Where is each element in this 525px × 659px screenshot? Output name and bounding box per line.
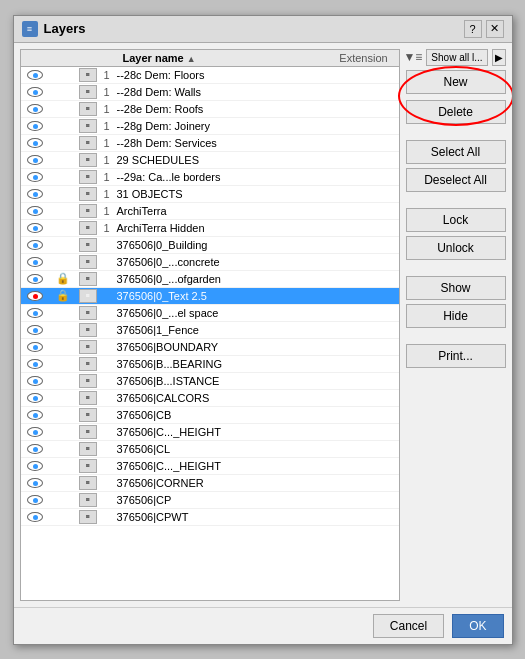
layer-row[interactable]: ≡1--28e Dem: Roofs xyxy=(21,101,399,118)
layer-type-icon: ≡ xyxy=(79,85,97,99)
layer-number: 1 xyxy=(99,188,115,200)
eye-icon[interactable] xyxy=(27,359,43,369)
eye-icon[interactable] xyxy=(27,189,43,199)
spacer3 xyxy=(406,264,506,272)
visibility-cell xyxy=(21,104,49,114)
hide-button[interactable]: Hide xyxy=(406,304,506,328)
layer-row[interactable]: ≡376506|0_Building xyxy=(21,237,399,254)
type-icon-cell: ≡ xyxy=(77,408,99,422)
layer-row[interactable]: ≡376506|CALCORS xyxy=(21,390,399,407)
layers-dialog: ≡ Layers ? ✕ Layer name ▲ Extension xyxy=(13,15,513,645)
type-icon-cell: ≡ xyxy=(77,442,99,456)
eye-icon[interactable] xyxy=(27,138,43,148)
layer-name-cell: --28h Dem: Services xyxy=(115,137,399,149)
layer-row[interactable]: ≡376506|0_...el space xyxy=(21,305,399,322)
eye-icon[interactable] xyxy=(27,427,43,437)
layer-number: 1 xyxy=(99,103,115,115)
close-button[interactable]: ✕ xyxy=(486,20,504,38)
new-button[interactable]: New xyxy=(406,70,506,94)
eye-icon[interactable] xyxy=(27,87,43,97)
unlock-button[interactable]: Unlock xyxy=(406,236,506,260)
eye-icon[interactable] xyxy=(27,325,43,335)
layer-type-icon: ≡ xyxy=(79,476,97,490)
layer-row[interactable]: ≡376506|C..._HEIGHT xyxy=(21,424,399,441)
eye-icon[interactable] xyxy=(27,240,43,250)
visibility-cell xyxy=(21,172,49,182)
layer-row[interactable]: ≡376506|0_...concrete xyxy=(21,254,399,271)
layer-name-cell: --28d Dem: Walls xyxy=(115,86,399,98)
layers-icon: ≡ xyxy=(22,21,38,37)
layer-name-cell: --28c Dem: Floors xyxy=(115,69,399,81)
eye-icon[interactable] xyxy=(27,257,43,267)
layer-row[interactable]: ≡376506|B...ISTANCE xyxy=(21,373,399,390)
type-icon-cell: ≡ xyxy=(77,170,99,184)
eye-icon[interactable] xyxy=(27,172,43,182)
eye-icon[interactable] xyxy=(27,376,43,386)
layer-name-cell: --29a: Ca...le borders xyxy=(115,171,399,183)
eye-icon[interactable] xyxy=(27,291,43,301)
layer-row[interactable]: ≡376506|CORNER xyxy=(21,475,399,492)
layer-list[interactable]: ≡1--28c Dem: Floors≡1--28d Dem: Walls≡1-… xyxy=(21,67,399,600)
layer-row[interactable]: 🔒≡376506|0_...ofgarden xyxy=(21,271,399,288)
bottom-bar: Cancel OK xyxy=(14,607,512,644)
eye-icon[interactable] xyxy=(27,104,43,114)
layer-name-cell: 376506|0_...el space xyxy=(115,307,399,319)
layer-row[interactable]: ≡129 SCHEDULES xyxy=(21,152,399,169)
ok-button[interactable]: OK xyxy=(452,614,503,638)
eye-icon[interactable] xyxy=(27,70,43,80)
delete-button[interactable]: Delete xyxy=(406,100,506,124)
layer-row[interactable]: ≡1--28h Dem: Services xyxy=(21,135,399,152)
layer-row[interactable]: ≡376506|B...BEARING xyxy=(21,356,399,373)
help-button[interactable]: ? xyxy=(464,20,482,38)
layer-row[interactable]: ≡376506|CL xyxy=(21,441,399,458)
layer-row[interactable]: ≡376506|CPWT xyxy=(21,509,399,526)
deselect-all-button[interactable]: Deselect All xyxy=(406,168,506,192)
eye-icon[interactable] xyxy=(27,206,43,216)
layer-row[interactable]: ≡1--28d Dem: Walls xyxy=(21,84,399,101)
layer-type-icon: ≡ xyxy=(79,221,97,235)
eye-icon[interactable] xyxy=(27,410,43,420)
eye-icon[interactable] xyxy=(27,393,43,403)
layer-row[interactable]: ≡131 OBJECTS xyxy=(21,186,399,203)
layer-row[interactable]: ≡1ArchiTerra xyxy=(21,203,399,220)
select-all-button[interactable]: Select All xyxy=(406,140,506,164)
eye-icon[interactable] xyxy=(27,495,43,505)
layer-row[interactable]: ≡1ArchiTerra Hidden xyxy=(21,220,399,237)
layer-row[interactable]: ≡376506|1_Fence xyxy=(21,322,399,339)
layer-row[interactable]: 🔒≡376506|0_Text 2.5 xyxy=(21,288,399,305)
visibility-cell xyxy=(21,359,49,369)
eye-icon[interactable] xyxy=(27,512,43,522)
layer-row[interactable]: ≡376506|CP xyxy=(21,492,399,509)
show-button[interactable]: Show xyxy=(406,276,506,300)
layer-type-icon: ≡ xyxy=(79,119,97,133)
eye-icon[interactable] xyxy=(27,121,43,131)
visibility-cell xyxy=(21,138,49,148)
eye-icon[interactable] xyxy=(27,274,43,284)
type-icon-cell: ≡ xyxy=(77,425,99,439)
expand-arrow-button[interactable]: ▶ xyxy=(492,49,506,66)
layer-row[interactable]: ≡376506|BOUNDARY xyxy=(21,339,399,356)
layer-row[interactable]: ≡1--29a: Ca...le borders xyxy=(21,169,399,186)
type-icon-cell: ≡ xyxy=(77,289,99,303)
layer-row[interactable]: ≡376506|C..._HEIGHT xyxy=(21,458,399,475)
show-all-button[interactable]: Show all l... xyxy=(426,49,487,66)
layer-name-cell: 376506|CORNER xyxy=(115,477,399,489)
visibility-cell xyxy=(21,410,49,420)
eye-icon[interactable] xyxy=(27,155,43,165)
eye-icon[interactable] xyxy=(27,342,43,352)
eye-icon[interactable] xyxy=(27,308,43,318)
eye-icon[interactable] xyxy=(27,223,43,233)
layer-row[interactable]: ≡1--28g Dem: Joinery xyxy=(21,118,399,135)
type-icon-cell: ≡ xyxy=(77,85,99,99)
eye-icon[interactable] xyxy=(27,461,43,471)
layer-row[interactable]: ≡1--28c Dem: Floors xyxy=(21,67,399,84)
eye-icon[interactable] xyxy=(27,444,43,454)
visibility-cell xyxy=(21,240,49,250)
visibility-cell xyxy=(21,274,49,284)
lock-button[interactable]: Lock xyxy=(406,208,506,232)
layer-row[interactable]: ≡376506|CB xyxy=(21,407,399,424)
print-button[interactable]: Print... xyxy=(406,344,506,368)
eye-icon[interactable] xyxy=(27,478,43,488)
layer-number: 1 xyxy=(99,171,115,183)
cancel-button[interactable]: Cancel xyxy=(373,614,444,638)
